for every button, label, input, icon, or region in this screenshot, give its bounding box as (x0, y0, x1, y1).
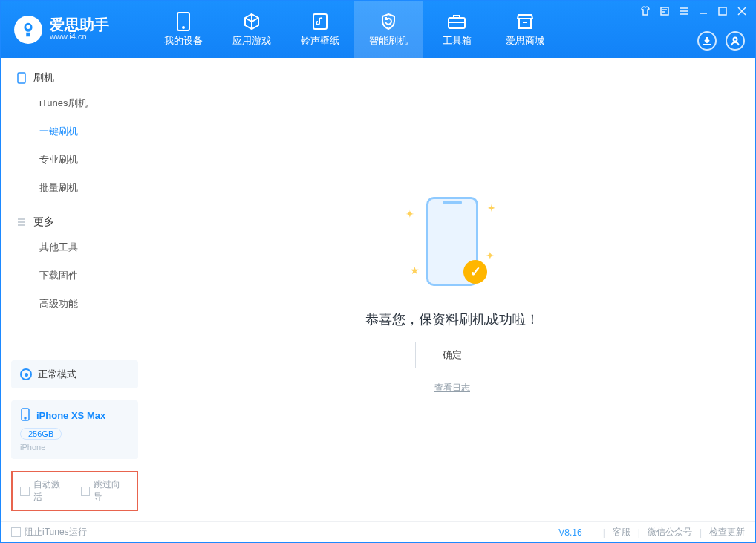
sparkle-icon: ✦ (405, 208, 414, 220)
brand-url: www.i4.cn (50, 32, 109, 42)
version-label: V8.16 (558, 527, 581, 538)
mode-indicator-icon (20, 368, 32, 380)
sidebar: 刷机 iTunes刷机 一键刷机 专业刷机 批量刷机 更多 其他工具 下载固件 … (1, 58, 149, 521)
brand-area: 爱思助手 www.i4.cn (1, 1, 149, 58)
device-card[interactable]: iPhone XS Max 256GB iPhone (11, 400, 138, 459)
success-message: 恭喜您，保资料刷机成功啦！ (365, 310, 539, 328)
shield-refresh-icon (379, 12, 398, 31)
check-update-link[interactable]: 检查更新 (709, 526, 745, 539)
shirt-icon[interactable] (639, 5, 651, 17)
sidebar-item-download-firmware[interactable]: 下载固件 (1, 261, 149, 290)
device-icon (174, 12, 193, 31)
sidebar-item-other-tools[interactable]: 其他工具 (1, 233, 149, 261)
svg-rect-6 (719, 7, 726, 15)
highlighted-options-box: 自动激活 跳过向导 (11, 471, 138, 511)
svg-rect-8 (18, 73, 25, 83)
nav-store[interactable]: 爱思商城 (491, 1, 559, 58)
footer-bar: 阻止iTunes运行 V8.16 | 客服 | 微信公众号 | 检查更新 (1, 521, 755, 542)
sidebar-head-more: 更多 (1, 215, 149, 233)
mode-label: 正常模式 (38, 368, 76, 381)
user-icon[interactable] (726, 31, 745, 51)
titlebar-controls (639, 5, 748, 17)
sidebar-item-batch-flash[interactable]: 批量刷机 (1, 174, 149, 202)
nav-label: 智能刷机 (369, 34, 408, 48)
sparkle-icon: ✦ (486, 250, 495, 261)
sidebar-item-itunes-flash[interactable]: iTunes刷机 (1, 89, 149, 117)
nav-label: 应用游戏 (232, 34, 271, 48)
download-icon[interactable] (697, 31, 717, 51)
list-icon (16, 216, 27, 228)
support-link[interactable]: 客服 (613, 526, 630, 539)
device-phone-icon (20, 408, 30, 423)
nav-toolbox[interactable]: 工具箱 (423, 1, 491, 58)
header-aux (697, 31, 745, 51)
brand-name: 爱思助手 (50, 17, 109, 32)
sidebar-head-flash: 刷机 (1, 71, 149, 89)
nav-smart-flash[interactable]: 智能刷机 (354, 1, 423, 58)
device-capacity: 256GB (20, 428, 62, 440)
sidebar-item-oneclick-flash[interactable]: 一键刷机 (1, 117, 149, 146)
note-icon[interactable] (659, 5, 671, 17)
sparkle-icon: ★ (410, 264, 420, 276)
nav-label: 工具箱 (443, 34, 472, 48)
close-icon[interactable] (736, 5, 748, 17)
check-badge-icon: ✓ (463, 260, 487, 284)
sidebar-item-pro-flash[interactable]: 专业刷机 (1, 146, 149, 174)
wechat-link[interactable]: 微信公众号 (648, 526, 692, 539)
device-name: iPhone XS Max (36, 410, 105, 421)
app-header: 爱思助手 www.i4.cn 我的设备 应用游戏 铃声壁纸 智能刷机 工具箱 爱… (1, 1, 755, 58)
phone-outline-icon (16, 72, 27, 84)
svg-point-7 (734, 38, 737, 42)
main-content: ✦ ✦ ★ ✦ ✓ 恭喜您，保资料刷机成功啦！ 确定 查看日志 (149, 58, 755, 521)
nav-apps-games[interactable]: 应用游戏 (218, 1, 286, 58)
success-illustration: ✦ ✦ ★ ✦ ✓ (397, 186, 508, 297)
nav-label: 我的设备 (164, 34, 203, 48)
sidebar-item-advanced[interactable]: 高级功能 (1, 290, 149, 318)
main-nav: 我的设备 应用游戏 铃声壁纸 智能刷机 工具箱 爱思商城 (149, 1, 559, 58)
nav-ringtone-wallpaper[interactable]: 铃声壁纸 (286, 1, 354, 58)
shop-icon (515, 12, 535, 31)
music-doc-icon (310, 12, 330, 31)
ok-button[interactable]: 确定 (415, 342, 489, 368)
maximize-icon[interactable] (717, 5, 729, 17)
svg-rect-5 (661, 7, 668, 15)
view-log-link[interactable]: 查看日志 (434, 382, 470, 394)
auto-activate-checkbox[interactable]: 自动激活 (20, 478, 69, 504)
block-itunes-checkbox[interactable]: 阻止iTunes运行 (11, 526, 87, 539)
mode-card[interactable]: 正常模式 (11, 360, 138, 388)
svg-point-10 (25, 417, 26, 419)
toolbox-icon (447, 12, 466, 31)
minimize-icon[interactable] (697, 5, 709, 17)
cube-icon (242, 12, 261, 31)
nav-label: 爱思商城 (506, 34, 544, 48)
svg-point-2 (183, 27, 184, 28)
svg-point-0 (26, 25, 30, 29)
menu-icon[interactable] (678, 5, 690, 17)
brand-logo-icon (14, 16, 42, 44)
nav-my-device[interactable]: 我的设备 (149, 1, 218, 58)
sparkle-icon: ✦ (487, 202, 496, 214)
nav-label: 铃声壁纸 (301, 34, 339, 48)
device-platform: iPhone (20, 443, 129, 452)
skip-guide-checkbox[interactable]: 跳过向导 (81, 478, 130, 504)
